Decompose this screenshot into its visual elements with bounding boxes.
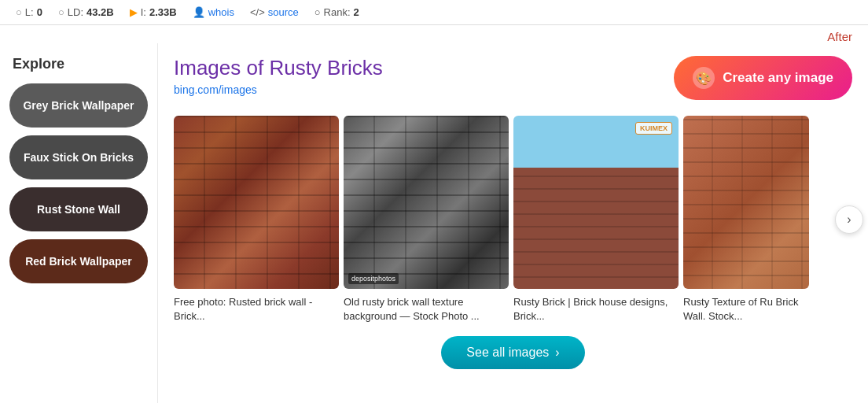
code-icon: </> xyxy=(250,6,265,18)
kuimex-badge: KUIMEX xyxy=(635,122,672,135)
image-caption-4: Rusty Texture of Ru Brick Wall. Stock... xyxy=(683,295,809,324)
ld-metric: ○ LD: 43.2B xyxy=(58,6,114,18)
ld-icon: ○ xyxy=(58,6,64,18)
image-card-1[interactable]: Free photo: Rusted brick wall - Brick... xyxy=(174,116,339,324)
image-card-3[interactable]: KUIMEX Rusty Brick | Brick house designs… xyxy=(513,116,679,324)
after-label: After xyxy=(0,25,868,43)
l-icon: ○ xyxy=(16,6,22,18)
see-all-images-button[interactable]: See all images › xyxy=(441,336,584,369)
image-card-4[interactable]: Rusty Texture of Ru Brick Wall. Stock... xyxy=(683,116,809,324)
sidebar-title: Explore xyxy=(9,56,148,72)
main-layout: Explore Grey Brick Wallpaper Faux Stick … xyxy=(0,43,868,403)
sidebar: Explore Grey Brick Wallpaper Faux Stick … xyxy=(0,43,157,403)
images-grid: Free photo: Rusted brick wall - Brick...… xyxy=(174,116,852,324)
content-header: Images of Rusty Bricks bing.com/images 🎨… xyxy=(174,56,852,100)
image-caption-3: Rusty Brick | Brick house designs, Brick… xyxy=(513,295,679,324)
image-caption-2: Old rusty brick wall texture background … xyxy=(344,295,509,324)
image-thumb-3: KUIMEX xyxy=(513,116,679,289)
i-icon: ▶ xyxy=(130,6,138,18)
image-thumb-4 xyxy=(683,116,809,289)
person-icon: 👤 xyxy=(193,6,205,18)
search-title: Images of Rusty Bricks xyxy=(174,56,383,80)
search-subtitle: bing.com/images xyxy=(174,83,383,96)
chevron-right-icon: › xyxy=(847,213,851,227)
image-card-2[interactable]: depositphotos Old rusty brick wall textu… xyxy=(344,116,509,324)
depositphotos-badge: depositphotos xyxy=(348,273,399,284)
l-metric: ○ L: 0 xyxy=(16,6,42,18)
content-area: Images of Rusty Bricks bing.com/images 🎨… xyxy=(157,43,868,403)
rank-metric: ○ Rank: 2 xyxy=(314,6,359,18)
sidebar-item-red-brick-wallpaper[interactable]: Red Brick Wallpaper xyxy=(9,239,148,283)
whois-link[interactable]: 👤 whois xyxy=(193,6,234,18)
sidebar-item-faux-stick-on-bricks[interactable]: Faux Stick On Bricks xyxy=(9,135,148,179)
i-metric: ▶ I: 2.33B xyxy=(130,6,177,18)
image-thumb-2: depositphotos xyxy=(344,116,509,289)
search-title-block: Images of Rusty Bricks bing.com/images xyxy=(174,56,383,96)
source-link[interactable]: </> source xyxy=(250,6,299,18)
sidebar-item-rust-stone-wall[interactable]: Rust Stone Wall xyxy=(9,187,148,231)
rank-icon: ○ xyxy=(314,6,321,18)
arrow-right-icon: › xyxy=(555,346,559,360)
create-icon: 🎨 xyxy=(693,67,715,89)
top-bar: ○ L: 0 ○ LD: 43.2B ▶ I: 2.33B 👤 whois </… xyxy=(0,0,868,25)
image-thumb-1 xyxy=(174,116,339,289)
sidebar-item-grey-brick-wallpaper[interactable]: Grey Brick Wallpaper xyxy=(9,83,148,128)
create-any-image-button[interactable]: 🎨 Create any image xyxy=(674,56,852,100)
next-arrow-button[interactable]: › xyxy=(835,205,863,234)
image-caption-1: Free photo: Rusted brick wall - Brick... xyxy=(174,295,339,324)
